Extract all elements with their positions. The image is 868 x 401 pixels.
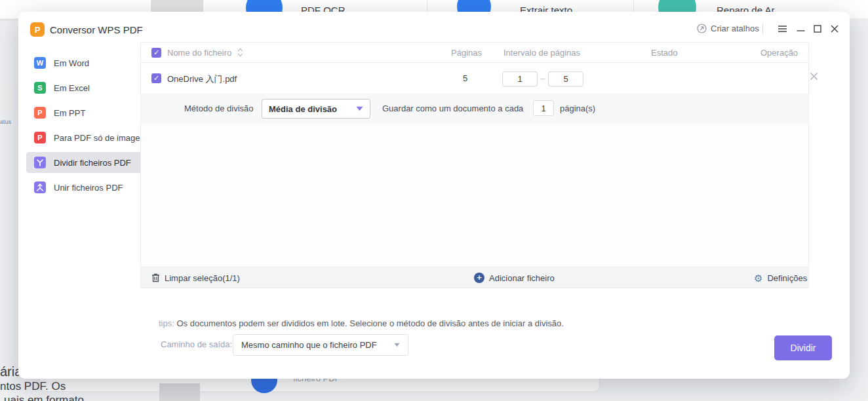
word-icon: W	[34, 57, 46, 69]
menu-button[interactable]	[775, 22, 789, 35]
background-text: ntos PDF. Os	[0, 380, 66, 393]
panel-footer-bar: Limpar seleção(1/1) + Adicionar ficheiro…	[141, 267, 808, 288]
column-header-name[interactable]: Nome do ficheiro	[167, 48, 231, 58]
shortcut-icon	[697, 24, 707, 33]
column-header-pages: Páginas	[451, 48, 482, 58]
method-label: Método de divisão	[184, 104, 254, 113]
split-method-select[interactable]: Média de divisão	[262, 99, 370, 119]
minimize-button[interactable]	[793, 22, 808, 35]
file-name: OneDrive 入门.pdf	[167, 73, 237, 85]
sidebar-item-split-pdf[interactable]: Dividir ficheiros PDF	[26, 152, 148, 173]
clear-selection-button[interactable]: Limpar seleção(1/1)	[151, 267, 240, 288]
dialog-title: Conversor WPS PDF	[50, 24, 143, 35]
maximize-button[interactable]	[810, 22, 825, 35]
column-header-operation: Operação	[760, 48, 798, 58]
column-header-status: Estado	[651, 48, 677, 58]
shortcut-label: Criar atalhos	[711, 24, 759, 33]
sidebar-item-label: Unir ficheiros PDF	[54, 183, 123, 193]
excel-icon: S	[34, 82, 46, 94]
tips-prefix: tips:	[159, 318, 174, 328]
screen: PDF OCR Extrair texto Reparo de Ar atus …	[0, 0, 868, 401]
sidebar-item-merge-pdf[interactable]: Unir ficheiros PDF	[26, 177, 148, 198]
pages-suffix-label: página(s)	[560, 104, 595, 113]
settings-label: Definições	[767, 273, 807, 283]
trash-icon	[151, 273, 160, 282]
sidebar-item-image-pdf[interactable]: P Para PDF só de imagem	[26, 127, 148, 148]
sidebar-item-label: Em Word	[54, 58, 89, 68]
background-text: uais em formato	[4, 394, 84, 401]
chevron-down-icon	[394, 343, 400, 347]
file-pages: 5	[463, 73, 467, 83]
split-method-row: Método de divisão Média de divisão Guard…	[141, 94, 808, 124]
sidebar-item-label: Dividir ficheiros PDF	[54, 158, 131, 168]
ppt-icon: P	[34, 107, 46, 119]
remove-file-icon[interactable]	[810, 72, 818, 81]
chevron-down-icon	[356, 106, 363, 111]
split-method-value: Média de divisão	[269, 104, 337, 114]
save-every-label: Guardar como um documento a cada	[382, 104, 523, 113]
background-band	[0, 85, 18, 110]
tips-text: Os documentos podem ser divididos em lot…	[176, 318, 563, 328]
select-all-checkbox[interactable]: ✓	[151, 48, 161, 58]
merge-pdf-icon	[34, 181, 46, 193]
close-button[interactable]	[827, 22, 842, 35]
settings-button[interactable]: ⚙ Definições	[754, 267, 807, 288]
split-pdf-icon	[34, 157, 46, 168]
range-from-input[interactable]	[502, 71, 538, 86]
output-path-select[interactable]: Mesmo caminho que o ficheiro PDF	[233, 334, 408, 356]
gear-icon: ⚙	[754, 273, 762, 283]
range-to-input[interactable]	[548, 71, 583, 86]
sidebar-item-to-ppt[interactable]: P Em PPT	[26, 102, 148, 123]
create-shortcuts-button[interactable]: Criar atalhos	[697, 24, 759, 33]
sidebar-item-to-word[interactable]: W Em Word	[26, 52, 148, 73]
sort-icon[interactable]	[237, 48, 243, 57]
sidebar-item-to-excel[interactable]: S Em Excel	[26, 77, 148, 98]
tips-line: tips: Os documentos podem ser divididos …	[159, 318, 564, 328]
image-pdf-icon: P	[34, 132, 46, 143]
clear-selection-label: Limpar seleção(1/1)	[165, 273, 240, 283]
add-file-button[interactable]: + Adicionar ficheiro	[474, 267, 555, 288]
background-gray-block	[159, 383, 200, 401]
row-checkbox[interactable]: ✓	[151, 73, 161, 83]
output-path-label: Caminho de saída:	[161, 339, 232, 349]
sidebar-item-label: Em PPT	[54, 108, 85, 118]
background-line	[0, 20, 18, 20]
sidebar-item-label: Para PDF só de imagem	[54, 133, 147, 143]
split-button[interactable]: Dividir	[774, 335, 832, 360]
add-file-label: Adicionar ficheiro	[489, 273, 555, 283]
range-dash: –	[540, 73, 545, 83]
table-header-row: ✓ Nome do ficheiro Páginas Intervalo de …	[141, 43, 808, 63]
app-logo-icon: P	[30, 22, 45, 37]
pages-per-doc-input[interactable]	[533, 100, 554, 116]
column-header-range: Intervalo de páginas	[503, 48, 580, 58]
file-table-panel: ✓ Nome do ficheiro Páginas Intervalo de …	[140, 42, 809, 288]
sidebar-item-label: Em Excel	[54, 83, 90, 93]
file-row: ✓ OneDrive 入门.pdf 5 –	[141, 64, 808, 94]
output-path-value: Mesmo caminho que o ficheiro PDF	[241, 340, 377, 350]
titlebar-separator	[762, 24, 763, 34]
background-fragment-text: atus	[0, 119, 11, 125]
plus-icon: +	[474, 273, 484, 283]
